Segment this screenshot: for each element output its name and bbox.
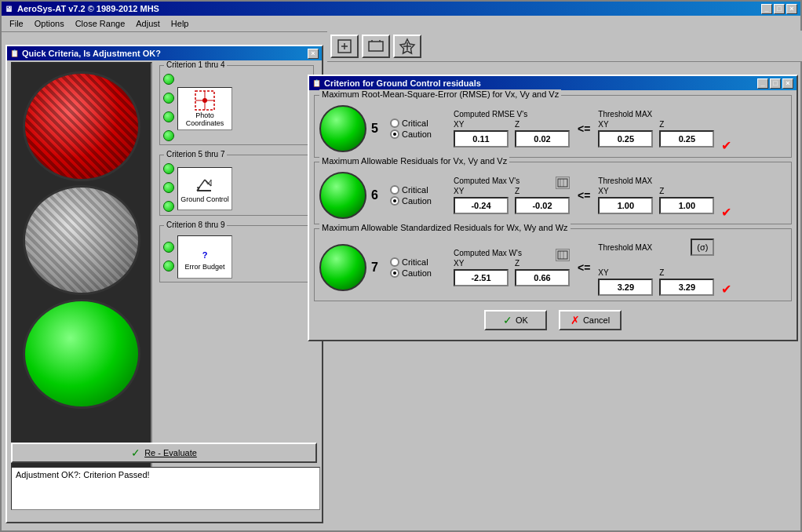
dot-3-1 xyxy=(163,242,174,253)
section2-xy-value[interactable]: -0.24 xyxy=(454,197,509,214)
menu-options[interactable]: Options xyxy=(30,17,69,30)
re-evaluate-button[interactable]: ✓ Re - Evaluate xyxy=(11,443,317,463)
section3-radio-caution[interactable]: Caution xyxy=(390,268,449,278)
section1-z-value[interactable]: 0.02 xyxy=(515,130,570,148)
radio-caution-1[interactable] xyxy=(390,129,399,139)
criterion-group-1-title: Criterion 1 thru 4 xyxy=(164,60,227,69)
radio-critical-3[interactable] xyxy=(390,257,399,267)
section3-txy-label: XY xyxy=(598,268,653,277)
criterion-group-1: Criterion 1 thru 4 xyxy=(159,65,314,145)
ground-control-btn[interactable]: Ground Control xyxy=(177,167,232,210)
section-std-residuals: Maximum Allowable Standardized Residuals… xyxy=(314,228,792,301)
toolbar-btn-2[interactable] xyxy=(362,35,390,58)
menu-file[interactable]: File xyxy=(5,17,28,30)
app-title: AeroSys-AT v7.2 © 1989-2012 MHS xyxy=(17,4,760,13)
gc-content: Maximum Root-Mean-Square-Error (RMSE) fo… xyxy=(309,90,797,340)
gc-maximize-btn[interactable]: □ xyxy=(770,78,781,89)
section1-radio-critical[interactable]: Critical xyxy=(390,118,449,128)
radio-caution-label-1: Caution xyxy=(402,129,432,139)
section3-radio-critical[interactable]: Critical xyxy=(390,257,449,267)
section2-lte: <= xyxy=(578,189,590,202)
criterion-panels: Criterion 1 thru 4 xyxy=(156,62,317,286)
photo-coordinates-btn[interactable]: Photo Coordinates xyxy=(177,87,232,130)
radio-critical-label-1: Critical xyxy=(402,118,428,128)
ground-control-icon xyxy=(194,173,216,195)
section2-txy-value[interactable]: 1.00 xyxy=(598,197,653,214)
gc-dialog-title-text: Criterion for Ground Control residuals xyxy=(324,78,481,88)
section2-tz-value[interactable]: 1.00 xyxy=(659,197,714,214)
svg-rect-1 xyxy=(369,42,383,51)
maximize-btn[interactable]: □ xyxy=(774,4,785,14)
section2-radio-caution[interactable]: Caution xyxy=(390,196,449,206)
toolbar-btn-1[interactable] xyxy=(330,35,359,58)
radio-critical-label-3: Critical xyxy=(402,257,428,267)
section3-computed-title: Computed Max W's xyxy=(454,249,570,257)
section2-radio-critical[interactable]: Critical xyxy=(390,185,449,195)
cancel-button[interactable]: ✗ Cancel xyxy=(559,310,622,330)
gc-close-btn[interactable]: × xyxy=(782,78,793,89)
section3-xy-value[interactable]: -2.51 xyxy=(454,269,509,286)
section2-tz-label: Z xyxy=(659,187,714,195)
radio-caution-2[interactable] xyxy=(390,196,399,206)
ok-button[interactable]: ✓ OK xyxy=(484,310,547,330)
section3-z-value[interactable]: 0.66 xyxy=(515,269,570,286)
section2-tz-group: Z 1.00 xyxy=(659,187,714,214)
menu-help[interactable]: Help xyxy=(166,17,194,30)
close-btn[interactable]: × xyxy=(786,4,797,14)
section-max-res-title: Maximum Allowable Residuals for Vx, Vy a… xyxy=(319,156,509,166)
section-rmse-title: Maximum Root-Mean-Square-Error (RMSE) fo… xyxy=(319,89,561,99)
section3-tz-value[interactable]: 3.29 xyxy=(659,279,714,296)
radio-critical-1[interactable] xyxy=(390,118,399,128)
menu-close-range[interactable]: Close Range xyxy=(71,17,130,30)
menu-adjust[interactable]: Adjust xyxy=(131,17,165,30)
svg-rect-19 xyxy=(558,251,567,259)
quick-criteria-close[interactable]: × xyxy=(308,49,319,59)
section2-xy-label: XY xyxy=(454,187,509,195)
section2-txy-group: XY 1.00 xyxy=(598,187,653,214)
section1-lte: <= xyxy=(578,122,590,135)
radio-caution-label-2: Caution xyxy=(402,196,432,206)
traffic-light xyxy=(11,62,152,497)
section-rmse: Maximum Root-Mean-Square-Error (RMSE) fo… xyxy=(314,95,792,158)
gc-dialog: 📋 Criterion for Ground Control residuals… xyxy=(308,75,798,341)
dot-1-4 xyxy=(163,130,174,141)
error-budget-btn[interactable]: ? Error Budget xyxy=(177,235,232,279)
section3-radio-group: Critical Caution xyxy=(390,257,449,278)
gc-minimize-btn[interactable]: _ xyxy=(757,78,768,89)
status-bar: Adjustment OK?: Criterion Passed! xyxy=(11,467,320,510)
section3-threshold-title: Threshold MAX xyxy=(598,243,652,252)
section1-tz-label: Z xyxy=(659,120,714,129)
section1-threshold-title: Threshold MAX xyxy=(598,110,714,118)
toolbar-btn-3[interactable] xyxy=(393,35,421,58)
section1-xy-value[interactable]: 0.11 xyxy=(454,130,509,148)
section3-num: 7 xyxy=(371,261,385,275)
section2-indicator xyxy=(319,172,366,219)
section3-computed: Computed Max W's XY -2.51 Z 0.66 xyxy=(454,249,570,286)
dot-2-2 xyxy=(163,182,174,193)
status-text: Adjustment OK?: Criterion Passed! xyxy=(16,470,150,479)
radio-critical-2[interactable] xyxy=(390,185,399,195)
section2-computed: Computed Max V's XY -0.24 Z -0.02 xyxy=(454,177,570,214)
section1-tz-value[interactable]: 0.25 xyxy=(659,130,714,148)
section3-tz-label: Z xyxy=(659,268,714,277)
section2-computed-title: Computed Max V's xyxy=(454,177,570,185)
light-green xyxy=(23,299,140,409)
section1-txy-value[interactable]: 0.25 xyxy=(598,130,653,148)
section1-indicator xyxy=(319,105,366,152)
criterion-group-2-title: Criterion 5 thru 7 xyxy=(164,150,227,159)
ok-label: OK xyxy=(516,315,528,325)
section3-threshold: Threshold MAX (σ) XY 3.29 Z 3.29 xyxy=(598,239,714,296)
minimize-btn[interactable]: _ xyxy=(761,4,772,14)
section3-check: ✔ xyxy=(719,282,733,296)
section1-xy-label: XY xyxy=(454,120,509,129)
section2-txy-label: XY xyxy=(598,187,653,195)
gc-dialog-title-bar: 📋 Criterion for Ground Control residuals… xyxy=(309,76,797,90)
section-max-residuals: Maximum Allowable Residuals for Vx, Vy a… xyxy=(314,162,792,224)
section3-txy-value[interactable]: 3.29 xyxy=(598,279,653,296)
svg-marker-12 xyxy=(205,180,211,186)
section1-radio-caution[interactable]: Caution xyxy=(390,129,449,139)
photo-coordinates-label: Photo Coordinates xyxy=(178,111,231,127)
radio-caution-3[interactable] xyxy=(390,268,399,278)
section2-radio-group: Critical Caution xyxy=(390,185,449,206)
section2-z-value[interactable]: -0.02 xyxy=(515,197,570,214)
